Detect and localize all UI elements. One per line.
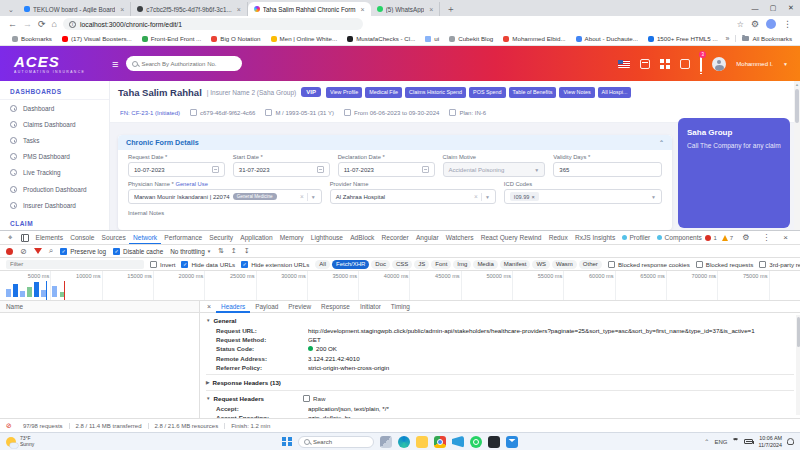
- browser-tab[interactable]: c7cbc2f5-f95c-4d7f-9b6f-3c1... ×: [131, 2, 248, 16]
- general-use-link[interactable]: General Use: [175, 181, 208, 187]
- tab-close-icon[interactable]: ×: [359, 6, 365, 13]
- bookmarks-overflow-icon[interactable]: »: [722, 35, 734, 42]
- whatsapp-icon[interactable]: [470, 436, 482, 448]
- page-scrollbar[interactable]: ▲: [794, 81, 800, 230]
- close-button[interactable]: ✕: [782, 0, 800, 16]
- chip-remove-icon[interactable]: ×: [531, 194, 534, 200]
- browser-menu-icon[interactable]: ⋮: [783, 20, 792, 29]
- detail-tab[interactable]: Response: [316, 301, 355, 313]
- sidebar-item[interactable]: PMS Dashboard: [0, 149, 109, 165]
- bookmark-item[interactable]: (17) Visual Boosters...: [58, 35, 136, 42]
- clear-icon[interactable]: ×: [300, 193, 304, 200]
- devtools-tab[interactable]: RxJS Insights: [571, 231, 619, 245]
- devtools-tab[interactable]: AdBlock: [347, 231, 378, 245]
- request-type-pill[interactable]: Font: [431, 260, 451, 269]
- close-detail-icon[interactable]: ×: [202, 303, 216, 310]
- filter-funnel-icon[interactable]: [34, 248, 42, 254]
- file-explorer-icon[interactable]: [416, 436, 428, 448]
- request-type-pill[interactable]: JS: [414, 260, 429, 269]
- minimize-button[interactable]: —: [746, 0, 764, 16]
- request-type-pill[interactable]: Doc: [371, 260, 390, 269]
- tray-overflow-icon[interactable]: ⌃: [704, 438, 709, 445]
- weather-widget[interactable]: 73°F Sunny: [6, 436, 34, 448]
- devtools-tab[interactable]: Watchers: [442, 231, 477, 245]
- start-button[interactable]: [282, 437, 292, 447]
- third-party-checkbox[interactable]: ✓3rd-party requests: [759, 261, 800, 268]
- bookmark-item[interactable]: Men | Online White...: [267, 35, 342, 42]
- authorization-search[interactable]: [126, 56, 242, 71]
- bookmark-item[interactable]: ui: [421, 35, 443, 42]
- collapse-chevron-icon[interactable]: ⌃: [659, 139, 664, 146]
- app-logo[interactable]: ACES AUTOMATING INSURANCE: [0, 54, 110, 74]
- detail-tab[interactable]: Preview: [283, 301, 316, 313]
- sidebar-item[interactable]: Tasks: [0, 132, 109, 148]
- devtools-tab[interactable]: Sources: [98, 231, 129, 245]
- start-date-input[interactable]: 31-07-2023: [233, 162, 330, 177]
- patient-action-button[interactable]: Table of Benefits: [509, 87, 557, 98]
- tab-close-icon[interactable]: ×: [427, 6, 433, 13]
- devtools-tab[interactable]: Application: [237, 231, 276, 245]
- request-type-pill[interactable]: All: [315, 260, 330, 269]
- new-tab-button[interactable]: ＋: [440, 3, 461, 16]
- menu-toggle-icon[interactable]: ≡: [112, 58, 118, 70]
- bookmark-item[interactable]: Big O Notation: [207, 35, 264, 42]
- user-avatar[interactable]: [712, 57, 726, 71]
- wifi-icon[interactable]: [732, 438, 739, 445]
- bookmark-item[interactable]: MustafaChecks - Cl...: [343, 35, 419, 42]
- request-type-pill[interactable]: Manifest: [500, 260, 531, 269]
- bookmark-item[interactable]: Front-End Front ...: [138, 35, 206, 42]
- patient-action-button[interactable]: All Hospi...: [598, 87, 632, 98]
- devtools-tab[interactable]: Security: [206, 231, 237, 245]
- preserve-log-checkbox[interactable]: ✓Preserve log: [60, 248, 106, 255]
- battery-icon[interactable]: [744, 439, 753, 444]
- patient-action-button[interactable]: Medical File: [365, 87, 402, 98]
- network-overview-timeline[interactable]: 5000 ms10000 ms15000 ms20000 ms25000 ms3…: [0, 271, 800, 301]
- devtools-tab[interactable]: Console: [67, 231, 98, 245]
- devtools-tab[interactable]: Profiler: [619, 231, 654, 245]
- home-icon[interactable]: ⌂: [52, 20, 57, 29]
- request-headers-section-header[interactable]: ▼Request Headers ✓Raw: [206, 393, 794, 404]
- browser-tab[interactable]: Taha Salim Rahhal Chronic Form ×: [248, 2, 371, 16]
- bookmark-star-icon[interactable]: ☆: [737, 20, 744, 29]
- request-type-pill[interactable]: Fetch/XHR: [332, 260, 369, 269]
- reload-icon[interactable]: ⟳: [38, 20, 46, 29]
- task-view-icon[interactable]: [380, 436, 392, 448]
- language-flag-icon[interactable]: [618, 60, 630, 68]
- devtools-menu-icon[interactable]: ⋮: [758, 233, 774, 242]
- claim-motive-select[interactable]: Accidental Poisoning ▼: [443, 162, 546, 177]
- raw-checkbox[interactable]: ✓Raw: [303, 395, 325, 402]
- request-type-pill[interactable]: WS: [532, 260, 550, 269]
- chrome-icon[interactable]: [434, 436, 446, 448]
- bookmark-item[interactable]: 1500+ Free HTML5 ...: [644, 35, 720, 42]
- bookmark-item[interactable]: Mohammed Elbid...: [499, 35, 569, 42]
- taskbar-search[interactable]: Search: [298, 436, 374, 448]
- devtools-close-icon[interactable]: ×: [779, 233, 792, 242]
- patient-action-button[interactable]: View Notes: [559, 87, 594, 98]
- icd-code-chip[interactable]: I09.99×: [510, 192, 539, 201]
- physician-select[interactable]: Marwan Mounir Iskandarani | 22074 Genera…: [128, 189, 322, 204]
- devtools-settings-icon[interactable]: ⚙: [738, 233, 753, 242]
- hide-extension-urls-checkbox[interactable]: ✓Hide extension URLs: [241, 261, 309, 268]
- network-filter-input[interactable]: [10, 261, 140, 267]
- calendar-icon[interactable]: [317, 166, 324, 173]
- clock[interactable]: 10:06 AM 11/7/2024: [758, 435, 782, 448]
- devtools-tab[interactable]: Elements: [32, 231, 67, 245]
- bookmark-item[interactable]: About - Duchaute...: [572, 35, 642, 42]
- devtools-tab[interactable]: Recorder: [378, 231, 412, 245]
- sidebar-item[interactable]: Dashboard: [0, 100, 109, 116]
- request-type-pill[interactable]: Wasm: [552, 260, 577, 269]
- apps-grid-icon[interactable]: [660, 59, 670, 69]
- detail-tab[interactable]: Initiator: [355, 301, 386, 313]
- back-icon[interactable]: ←: [8, 20, 17, 29]
- calendar-icon[interactable]: [422, 166, 429, 173]
- requests-name-column-header[interactable]: Name: [0, 301, 199, 313]
- calendar-icon[interactable]: [640, 59, 650, 69]
- clear-icon[interactable]: ×: [474, 193, 478, 200]
- extensions-icon[interactable]: ⚙: [751, 20, 759, 29]
- export-har-icon[interactable]: ↧: [244, 247, 250, 255]
- throttling-select[interactable]: No throttling▼: [170, 248, 211, 255]
- language-indicator[interactable]: ENG: [714, 439, 727, 445]
- sidebar-item[interactable]: Claims Dashboard: [0, 116, 109, 132]
- fullscreen-icon[interactable]: [680, 59, 690, 69]
- general-section-header[interactable]: ▼General: [206, 315, 794, 326]
